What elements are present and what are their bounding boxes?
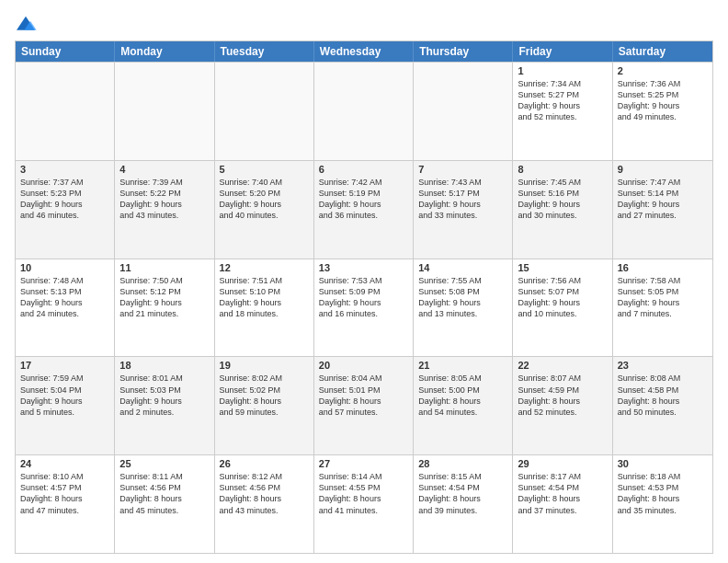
day-number: 22 [518, 360, 607, 371]
calendar-cell: 18Sunrise: 8:01 AMSunset: 5:03 PMDayligh… [115, 357, 214, 454]
cell-text-line: and 41 minutes. [319, 505, 408, 516]
calendar-cell: 21Sunrise: 8:05 AMSunset: 5:00 PMDayligh… [414, 357, 513, 454]
calendar-cell: 29Sunrise: 8:17 AMSunset: 4:54 PMDayligh… [513, 455, 612, 553]
calendar-cell: 14Sunrise: 7:55 AMSunset: 5:08 PMDayligh… [414, 259, 513, 357]
cell-text-line: and 50 minutes. [618, 407, 708, 418]
calendar-row: 10Sunrise: 7:48 AMSunset: 5:13 PMDayligh… [16, 259, 712, 357]
cell-text-line: Daylight: 9 hours [618, 199, 708, 210]
day-number: 16 [618, 262, 708, 273]
cell-text-line: and 47 minutes. [20, 505, 109, 516]
day-number: 14 [418, 262, 507, 273]
cell-text-line: Daylight: 8 hours [20, 493, 109, 504]
calendar-cell: 19Sunrise: 8:02 AMSunset: 5:02 PMDayligh… [215, 357, 314, 454]
calendar-cell: 6Sunrise: 7:42 AMSunset: 5:19 PMDaylight… [314, 161, 414, 259]
day-number: 13 [319, 262, 408, 273]
calendar-cell: 4Sunrise: 7:39 AMSunset: 5:22 PMDaylight… [115, 161, 214, 259]
calendar-row: 3Sunrise: 7:37 AMSunset: 5:23 PMDaylight… [16, 160, 712, 259]
cell-text-line: Daylight: 9 hours [20, 199, 109, 210]
cell-text-line: and 43 minutes. [220, 505, 309, 516]
cell-text-line: Daylight: 9 hours [119, 396, 209, 407]
day-number: 17 [20, 360, 109, 371]
calendar-cell: 8Sunrise: 7:45 AMSunset: 5:16 PMDaylight… [513, 161, 612, 259]
cell-text-line: and 52 minutes. [518, 111, 607, 122]
cell-text-line: and 57 minutes. [319, 407, 408, 418]
calendar: SundayMondayTuesdayWednesdayThursdayFrid… [15, 40, 713, 554]
cell-text-line: Daylight: 8 hours [418, 396, 507, 407]
cell-text-line: and 21 minutes. [119, 308, 209, 319]
calendar-cell: 26Sunrise: 8:12 AMSunset: 4:56 PMDayligh… [215, 455, 314, 553]
day-number: 30 [618, 458, 708, 469]
cell-text-line: and 7 minutes. [618, 308, 708, 319]
calendar-cell [115, 63, 214, 160]
day-number: 9 [618, 164, 708, 175]
cell-text-line: Sunset: 5:27 PM [518, 89, 607, 100]
cell-text-line: Sunrise: 7:34 AM [518, 78, 607, 89]
cell-text-line: Sunset: 5:00 PM [418, 385, 507, 396]
cell-text-line: Sunset: 5:02 PM [220, 385, 309, 396]
calendar-header-cell: Sunday [16, 41, 115, 62]
cell-text-line: Sunrise: 7:59 AM [20, 373, 109, 384]
cell-text-line: Sunset: 5:20 PM [220, 188, 309, 199]
cell-text-line: Sunrise: 8:10 AM [20, 471, 109, 482]
calendar-row: 24Sunrise: 8:10 AMSunset: 4:57 PMDayligh… [16, 454, 712, 553]
day-number: 18 [119, 360, 209, 371]
day-number: 4 [119, 164, 209, 175]
cell-text-line: Daylight: 9 hours [618, 297, 708, 308]
day-number: 7 [418, 164, 507, 175]
day-number: 21 [418, 360, 507, 371]
cell-text-line: Daylight: 9 hours [20, 297, 109, 308]
calendar-cell: 3Sunrise: 7:37 AMSunset: 5:23 PMDaylight… [16, 161, 115, 259]
day-number: 12 [220, 262, 309, 273]
cell-text-line: and 5 minutes. [20, 407, 109, 418]
cell-text-line: Daylight: 8 hours [220, 396, 309, 407]
cell-text-line: Sunset: 5:07 PM [518, 286, 607, 297]
cell-text-line: Sunrise: 7:58 AM [618, 275, 708, 286]
cell-text-line: Sunset: 4:54 PM [418, 482, 507, 493]
cell-text-line: Sunset: 4:58 PM [618, 385, 708, 396]
cell-text-line: Sunset: 5:16 PM [518, 188, 607, 199]
header [15, 15, 713, 33]
calendar-cell: 9Sunrise: 7:47 AMSunset: 5:14 PMDaylight… [613, 161, 712, 259]
cell-text-line: Sunrise: 8:15 AM [418, 471, 507, 482]
cell-text-line: and 24 minutes. [20, 308, 109, 319]
calendar-header-cell: Wednesday [314, 41, 414, 62]
cell-text-line: Sunset: 4:55 PM [319, 482, 408, 493]
calendar-cell: 1Sunrise: 7:34 AMSunset: 5:27 PMDaylight… [513, 63, 612, 160]
day-number: 8 [518, 164, 607, 175]
cell-text-line: Sunrise: 8:18 AM [618, 471, 708, 482]
cell-text-line: Sunrise: 7:40 AM [220, 177, 309, 188]
day-number: 1 [518, 65, 607, 76]
calendar-cell [414, 63, 513, 160]
day-number: 5 [220, 164, 309, 175]
calendar-cell: 30Sunrise: 8:18 AMSunset: 4:53 PMDayligh… [613, 455, 712, 553]
cell-text-line: Sunrise: 7:47 AM [618, 177, 708, 188]
cell-text-line: Sunrise: 7:51 AM [220, 275, 309, 286]
cell-text-line: and 30 minutes. [518, 210, 607, 221]
calendar-cell: 7Sunrise: 7:43 AMSunset: 5:17 PMDaylight… [414, 161, 513, 259]
cell-text-line: Daylight: 9 hours [618, 100, 708, 111]
day-number: 11 [119, 262, 209, 273]
cell-text-line: Sunrise: 8:07 AM [518, 373, 607, 384]
cell-text-line: Daylight: 8 hours [518, 396, 607, 407]
calendar-cell: 2Sunrise: 7:36 AMSunset: 5:25 PMDaylight… [613, 63, 712, 160]
cell-text-line: Sunset: 4:53 PM [618, 482, 708, 493]
cell-text-line: Daylight: 8 hours [220, 493, 309, 504]
calendar-cell: 25Sunrise: 8:11 AMSunset: 4:56 PMDayligh… [115, 455, 214, 553]
cell-text-line: Sunset: 5:05 PM [618, 286, 708, 297]
cell-text-line: Sunrise: 8:01 AM [119, 373, 209, 384]
cell-text-line: and 40 minutes. [220, 210, 309, 221]
cell-text-line: Sunrise: 7:37 AM [20, 177, 109, 188]
cell-text-line: Sunset: 5:04 PM [20, 385, 109, 396]
cell-text-line: Sunset: 4:56 PM [220, 482, 309, 493]
calendar-cell: 13Sunrise: 7:53 AMSunset: 5:09 PMDayligh… [314, 259, 414, 357]
calendar-cell [215, 63, 314, 160]
cell-text-line: Sunset: 5:22 PM [119, 188, 209, 199]
calendar-header-cell: Monday [115, 41, 214, 62]
cell-text-line: Daylight: 9 hours [119, 297, 209, 308]
cell-text-line: Sunset: 5:17 PM [418, 188, 507, 199]
calendar-cell: 10Sunrise: 7:48 AMSunset: 5:13 PMDayligh… [16, 259, 115, 357]
cell-text-line: Daylight: 9 hours [220, 199, 309, 210]
cell-text-line: and 39 minutes. [418, 505, 507, 516]
cell-text-line: Daylight: 9 hours [518, 297, 607, 308]
cell-text-line: Daylight: 9 hours [518, 100, 607, 111]
